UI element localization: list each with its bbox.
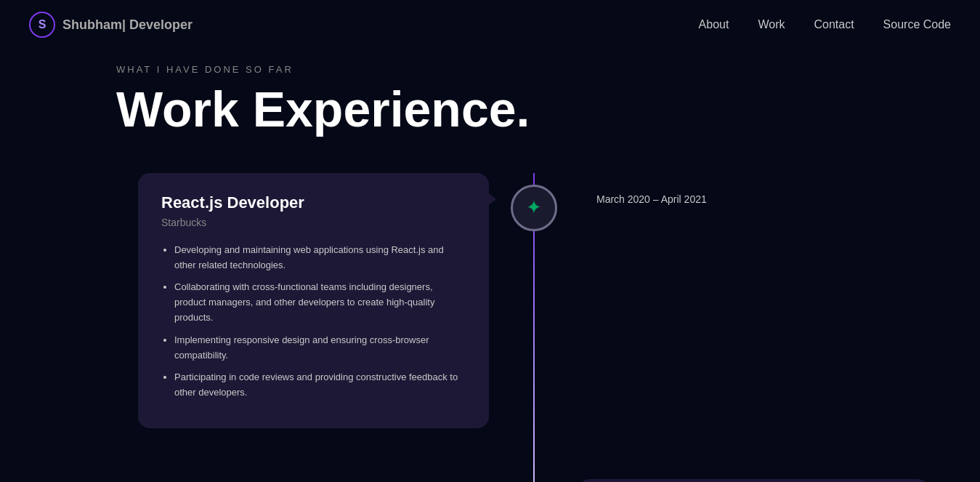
job-title-starbucks: React.js Developer <box>161 193 466 212</box>
nav-item-source[interactable]: Source Code <box>883 18 951 31</box>
bullet-2: Collaborating with cross-functional team… <box>174 280 466 325</box>
timeline-item-tesla: Jan 2021 – Feb 2022 T React Native Devel… <box>116 479 951 482</box>
starbucks-icon: ✦ <box>526 196 542 219</box>
bullet-4: Participating in code reviews and provid… <box>174 370 466 401</box>
section-title: Work Experience. <box>116 82 951 137</box>
nav-item-contact[interactable]: Contact <box>814 18 854 31</box>
nav-link-contact[interactable]: Contact <box>814 18 854 31</box>
logo-icon: S <box>29 12 55 38</box>
nav-link-work[interactable]: Work <box>758 18 785 31</box>
timeline-node-starbucks: ✦ <box>511 185 557 231</box>
bullet-1: Developing and maintaining web applicati… <box>174 243 466 273</box>
starbucks-logo-circle: ✦ <box>511 185 557 231</box>
bullets-starbucks: Developing and maintaining web applicati… <box>161 243 466 401</box>
nav-links: About Work Contact Source Code <box>699 18 951 31</box>
section-subtitle: WHAT I HAVE DONE SO FAR <box>116 64 951 75</box>
timeline-item-starbucks: React.js Developer Starbucks Developing … <box>116 173 951 428</box>
nav-logo[interactable]: S Shubham| Developer <box>29 12 193 38</box>
experience-card-starbucks: React.js Developer Starbucks Developing … <box>138 173 489 428</box>
company-starbucks: Starbucks <box>161 217 466 228</box>
main-content: WHAT I HAVE DONE SO FAR Work Experience.… <box>0 49 980 482</box>
nav-item-work[interactable]: Work <box>758 18 785 31</box>
logo-text: Shubham| Developer <box>62 17 193 33</box>
nav-link-source[interactable]: Source Code <box>883 18 951 31</box>
timeline-container: React.js Developer Starbucks Developing … <box>116 173 951 482</box>
bullet-3: Implementing responsive design and ensur… <box>174 333 466 363</box>
nav-item-about[interactable]: About <box>699 18 729 31</box>
date-starbucks: March 2020 – April 2021 <box>559 193 707 205</box>
navbar: S Shubham| Developer About Work Contact … <box>0 0 980 49</box>
nav-link-about[interactable]: About <box>699 18 729 31</box>
experience-card-tesla: React Native Developer Tesla <box>578 479 929 482</box>
